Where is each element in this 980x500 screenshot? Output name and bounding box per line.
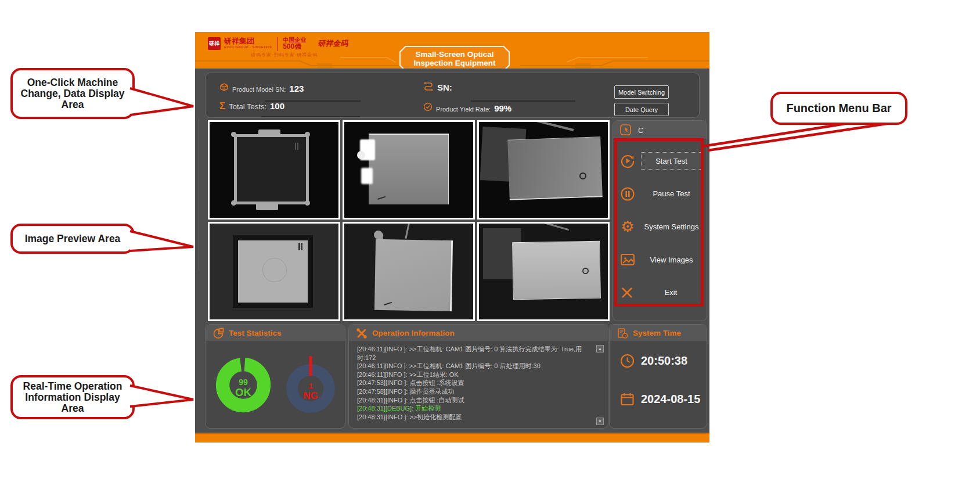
brand-rank: 500强 <box>283 43 306 50</box>
system-date-value: 2024-08-15 <box>641 393 700 406</box>
scroll-up-button[interactable]: ▲ <box>596 345 604 352</box>
brand-tagline: 读码专家·扫码专家·研祥金码 <box>251 52 318 58</box>
test-statistics-panel: Test Statistics 99 OK 1 NG <box>205 324 345 429</box>
log-panel-title: Operation Information <box>372 329 455 337</box>
package-icon <box>219 82 229 92</box>
callout-realtime-info: Real-Time Operation Information Display … <box>10 375 135 419</box>
camera-image-2[interactable] <box>343 120 475 220</box>
operation-log[interactable]: [20:46:11][INFO ]: >>工位相机: CAM1 图片编号: 0 … <box>349 342 608 428</box>
stats-panel-title: Test Statistics <box>229 329 282 337</box>
sn-label: SN: <box>437 82 452 92</box>
brand-logo-mark: 研祥 <box>208 37 221 50</box>
check-circle-icon <box>423 102 433 111</box>
system-time-value: 20:50:38 <box>641 354 687 368</box>
left-edge-decoration <box>199 119 199 270</box>
model-switching-button[interactable]: Model Switching <box>614 85 669 99</box>
scroll-up-icon: ▲ <box>598 347 602 351</box>
clock-icon <box>620 354 635 368</box>
camera-image-4[interactable] <box>208 222 340 321</box>
app-title-line1: Small-Screen Optical <box>415 50 493 59</box>
scroll-down-button[interactable]: ▼ <box>596 418 604 425</box>
log-line: [20:47:53][INFO ]: 点击按钮 :系统设置 <box>357 379 593 387</box>
brand-script: 研祥金码 <box>318 38 348 49</box>
app-header: 研祥 研祥集团 EVOC GROUP · SINCE1979 中国企业 500强… <box>195 32 709 69</box>
brand-group-en: EVOC GROUP · SINCE1979 <box>224 46 272 49</box>
click-hand-icon <box>620 124 633 136</box>
ng-label: NG <box>303 390 318 401</box>
product-model-label: Product Model SN: <box>232 86 286 93</box>
log-line: [20:48:31][INFO ]: >>初始化检测配置 <box>357 413 593 422</box>
app-title-plaque: Small-Screen Optical Inspection Equipmen… <box>399 46 510 69</box>
log-line-debug: [20:48:31][DEBUG]: 开始检测 <box>357 404 593 413</box>
function-menu-highlight-rect <box>614 138 704 307</box>
yield-label: Product Yield Rate: <box>436 106 491 113</box>
ok-label: OK <box>235 386 252 398</box>
window-footer-bar <box>195 433 709 443</box>
ok-donut-chart: 99 OK <box>211 352 276 418</box>
camera-image-1[interactable] <box>208 120 340 220</box>
total-tests-value: 100 <box>270 101 284 111</box>
route-icon <box>423 81 434 91</box>
log-line: [20:46:11][INFO ]: >>工位相机: CAM1 图片编号: 0 … <box>357 362 593 370</box>
camera-image-5[interactable] <box>343 222 475 321</box>
pie-chart-icon <box>212 328 224 339</box>
brand-logo: 研祥 研祥集团 EVOC GROUP · SINCE1979 中国企业 500强… <box>208 37 348 51</box>
sn-underline <box>471 100 575 102</box>
log-line: [20:46:11][INFO ]: >>工位相机: CAM1 图片编号: 0 … <box>357 345 593 354</box>
calendar-icon <box>620 392 635 407</box>
total-tests-label: Total Tests: <box>229 102 266 111</box>
time-panel-title: System Time <box>633 329 681 337</box>
app-title-line2: Inspection Equipment <box>413 59 495 67</box>
callout-data-display: One-Click Machine Change, Data Display A… <box>10 68 135 119</box>
log-line: [20:46:11][INFO ]: >>工位1结果: OK <box>357 370 593 379</box>
menu-header-label: C <box>638 126 643 135</box>
total-tests-underline <box>261 116 360 117</box>
camera-image-3[interactable] <box>477 120 610 220</box>
operation-info-panel: Operation Information [20:46:11][INFO ]:… <box>348 324 608 429</box>
data-display-panel: Product Model SN: 123 Σ Total Tests: 100… <box>205 73 700 118</box>
ng-donut-chart: 1 NG <box>282 352 340 418</box>
sigma-icon: Σ <box>219 102 225 111</box>
ng-count: 1 <box>308 382 312 390</box>
tools-icon <box>356 328 368 339</box>
ok-count: 99 <box>239 377 248 387</box>
schedule-icon <box>617 328 628 339</box>
brand-group-name: 研祥集团 <box>224 37 272 45</box>
logo-divider <box>277 37 278 51</box>
callout-image-preview: Image Preview Area <box>10 224 135 254</box>
log-line: [20:48:31][INFO ]: 点击按钮 :自动测试 <box>357 396 593 405</box>
callout-function-menu: Function Menu Bar <box>770 92 907 125</box>
log-line: 时:172 <box>357 354 593 362</box>
date-query-button[interactable]: Date Query <box>614 103 669 116</box>
product-model-value: 123 <box>289 84 304 93</box>
image-preview-grid <box>208 120 610 321</box>
log-line: [20:47:58][INFO ]: 操作员登录成功 <box>357 387 593 396</box>
scroll-down-icon: ▼ <box>598 419 602 423</box>
yield-value: 99% <box>494 103 511 113</box>
camera-image-6[interactable] <box>477 222 610 321</box>
system-time-panel: System Time 20:50:38 2024-08-15 <box>609 324 707 429</box>
screenshot-canvas: 研祥 研祥集团 EVOC GROUP · SINCE1979 中国企业 500强… <box>0 0 980 500</box>
